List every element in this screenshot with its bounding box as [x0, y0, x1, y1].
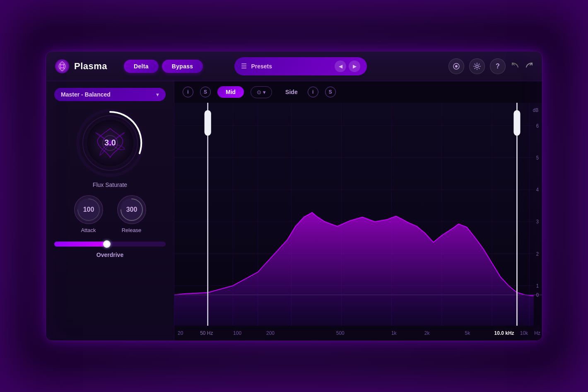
svg-point-1 — [60, 65, 64, 68]
presets-icon: ☰ — [241, 62, 247, 70]
dropdown-arrow-icon: ▾ — [156, 91, 159, 98]
flux-saturate-label: Flux Saturate — [93, 181, 127, 188]
presets-label: Presets — [251, 63, 327, 70]
side-label: Side — [285, 89, 298, 95]
preset-dropdown[interactable]: Master - Balanced ▾ — [54, 88, 166, 101]
mid-info-icon: i — [187, 89, 188, 95]
freq-label-hz: Hz — [534, 330, 540, 336]
app-title: Plasma — [74, 61, 107, 72]
mono-arrow: ▾ — [263, 89, 266, 95]
attack-label: Attack — [81, 227, 96, 233]
main-content: Master - Balanced ▾ — [46, 81, 542, 341]
logo-icon — [54, 58, 70, 74]
overdrive-track — [54, 242, 166, 247]
freq-label-500: 500 — [336, 330, 345, 336]
release-knob[interactable]: 300 — [117, 195, 147, 225]
svg-point-3 — [455, 65, 458, 68]
svg-text:dB: dB — [533, 107, 539, 113]
overdrive-area: Overdrive — [54, 242, 166, 258]
freq-axis: 20 50 Hz 100 200 500 1k 2k 5k 10.0 kHz 1… — [174, 326, 542, 341]
side-info-icon: i — [312, 89, 313, 95]
overdrive-slider[interactable] — [54, 242, 166, 249]
preset-next-button[interactable]: ▶ — [349, 60, 360, 72]
listen-icon — [453, 63, 460, 70]
redo-button[interactable] — [525, 62, 534, 71]
delta-button[interactable]: Delta — [124, 60, 159, 73]
freq-label-10khz-active: 10.0 kHz — [494, 330, 514, 336]
attack-group: 100 Attack — [74, 195, 104, 233]
undo-button[interactable] — [511, 62, 520, 71]
bypass-button[interactable]: Bypass — [162, 60, 203, 73]
small-knobs-row: 100 Attack — [54, 195, 166, 233]
freq-label-50hz: 50 Hz — [200, 330, 213, 336]
attack-knob-svg: 100 — [74, 195, 104, 225]
header-buttons: Delta Bypass — [124, 60, 203, 73]
freq-label-2k: 2k — [424, 330, 430, 336]
listen-button[interactable] — [448, 58, 464, 74]
mid-solo-icon: S — [204, 89, 207, 95]
mid-info-button[interactable]: i — [183, 87, 193, 97]
mono-icon: ⊙ — [257, 89, 261, 95]
right-panel: i S Mid ⊙ ▾ Side i S — [174, 81, 542, 341]
logo-area: Plasma — [54, 58, 107, 74]
svg-text:300: 300 — [126, 206, 137, 213]
main-knob-area: 3.0 Flux Saturate — [54, 108, 166, 188]
freq-label-5k: 5k — [465, 330, 470, 336]
freq-label-10k: 10k — [520, 330, 528, 336]
side-solo-button[interactable]: S — [325, 87, 336, 97]
svg-text:0: 0 — [536, 292, 539, 298]
main-knob-svg: 3.0 — [75, 108, 145, 178]
flux-saturate-knob[interactable]: 3.0 — [75, 108, 145, 178]
help-icon: ? — [496, 63, 500, 70]
presets-area[interactable]: ☰ Presets ◀ ▶ — [234, 57, 367, 75]
mid-button[interactable]: Mid — [217, 86, 244, 98]
header: Plasma Delta Bypass ☰ Presets ◀ ▶ — [46, 51, 542, 81]
mono-button[interactable]: ⊙ ▾ — [251, 86, 272, 98]
side-solo-icon: S — [329, 89, 332, 95]
plugin-window: Plasma Delta Bypass ☰ Presets ◀ ▶ — [46, 51, 542, 341]
svg-text:100: 100 — [83, 206, 94, 213]
svg-text:6: 6 — [536, 123, 539, 128]
release-knob-svg: 300 — [117, 195, 147, 225]
overdrive-label: Overdrive — [54, 252, 166, 258]
attack-knob[interactable]: 100 — [74, 195, 104, 225]
preset-name: Master - Balanced — [61, 91, 153, 98]
svg-text:2: 2 — [536, 251, 539, 256]
redo-icon — [525, 62, 534, 71]
undo-icon — [511, 62, 520, 71]
side-info-button[interactable]: i — [308, 87, 318, 97]
eq-controls-bar: i S Mid ⊙ ▾ Side i S — [174, 81, 542, 103]
freq-label-20: 20 — [178, 330, 183, 336]
gear-icon — [473, 63, 481, 70]
eq-chart[interactable]: 6 5 4 3 2 1 0 dB — [174, 103, 542, 341]
release-group: 300 Release — [117, 195, 147, 233]
svg-text:4: 4 — [536, 187, 539, 193]
header-right: ? — [448, 58, 534, 74]
left-panel: Master - Balanced ▾ — [46, 81, 174, 341]
svg-text:3.0: 3.0 — [104, 138, 116, 147]
settings-button[interactable] — [469, 58, 485, 74]
svg-text:1: 1 — [536, 283, 539, 288]
svg-rect-36 — [205, 110, 211, 136]
freq-label-1k: 1k — [391, 330, 397, 336]
preset-prev-button[interactable]: ◀ — [335, 60, 346, 72]
mid-solo-button[interactable]: S — [200, 87, 211, 97]
eq-chart-wrapper: 6 5 4 3 2 1 0 dB 20 50 Hz 100 200 500 1k — [174, 103, 542, 341]
preset-nav: ◀ ▶ — [335, 60, 360, 72]
freq-label-200: 200 — [266, 330, 275, 336]
release-label: Release — [122, 227, 142, 233]
help-button[interactable]: ? — [490, 58, 506, 74]
freq-label-100: 100 — [233, 330, 241, 336]
svg-text:3: 3 — [536, 219, 539, 225]
svg-text:5: 5 — [536, 155, 539, 160]
svg-rect-38 — [513, 110, 520, 136]
overdrive-thumb[interactable] — [103, 240, 111, 248]
